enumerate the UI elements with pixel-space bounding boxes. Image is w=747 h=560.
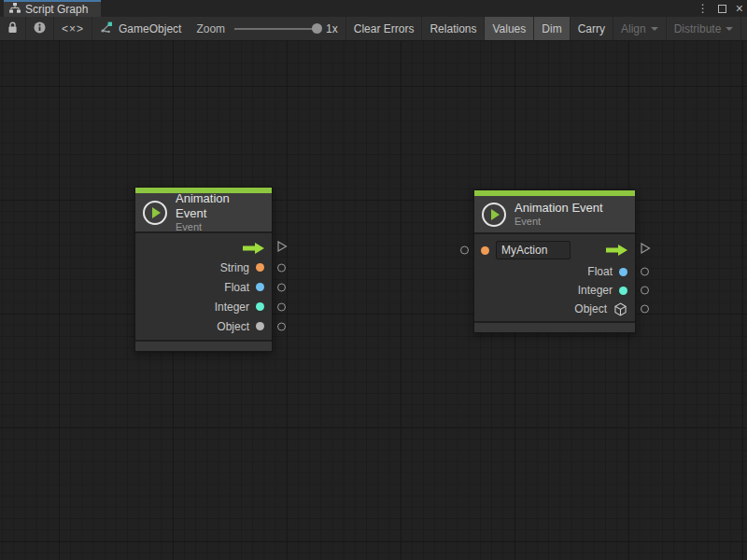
float-output-port[interactable] — [641, 268, 649, 276]
clear-errors-button[interactable]: Clear Errors — [345, 17, 423, 40]
node-footer — [474, 321, 635, 332]
dim-label: Dim — [542, 22, 561, 35]
tab-script-graph[interactable]: Script Graph — [4, 0, 101, 17]
event-play-icon — [482, 203, 506, 227]
values-toggle[interactable]: Values — [485, 17, 534, 40]
port-row-integer: Integer — [135, 297, 272, 316]
clear-errors-label: Clear Errors — [354, 22, 415, 35]
node-footer — [135, 340, 272, 351]
zoom-slider-handle[interactable] — [312, 23, 322, 34]
carry-toggle[interactable]: Carry — [571, 17, 613, 40]
maximize-icon[interactable] — [718, 5, 726, 13]
port-label: Object — [217, 320, 249, 333]
zoom-label: Zoom — [196, 22, 225, 35]
zoom-slider[interactable] — [234, 28, 320, 30]
chevron-down-icon — [651, 27, 658, 31]
port-row-integer: Integer — [474, 281, 635, 300]
port-row-float: Float — [474, 262, 635, 281]
code-brackets-icon: <×> — [62, 22, 84, 35]
window-menu-icon[interactable]: ⋮ — [698, 2, 709, 15]
port-row-object: Object — [474, 300, 635, 318]
distribute-dropdown[interactable]: Distribute — [667, 17, 742, 40]
window-controls: ⋮ × — [698, 0, 743, 17]
zoom-value: 1x — [326, 22, 338, 35]
animation-event-node-left[interactable]: Animation Event Event — [134, 187, 273, 352]
zoom-control: Zoom 1x — [189, 17, 345, 40]
object-output-port[interactable] — [277, 322, 286, 330]
node-title: Animation Event — [514, 201, 603, 216]
float-type-dot — [256, 283, 264, 291]
distribute-label: Distribute — [674, 22, 722, 35]
graph-toolbar: <×> GameObject Zoom 1x Clear Errors — [0, 17, 747, 41]
animation-event-node-right[interactable]: Animation Event Event — [473, 189, 636, 333]
port-row-string: String — [135, 258, 272, 277]
chevron-down-icon — [726, 27, 733, 31]
carry-label: Carry — [578, 22, 605, 35]
node-subtitle: Event — [514, 216, 603, 228]
tab-title: Script Graph — [25, 3, 88, 16]
port-label: Float — [224, 281, 249, 294]
node-subtitle: Event — [176, 221, 261, 233]
titlebar: Script Graph ⋮ × — [0, 0, 747, 17]
object-output-port[interactable] — [641, 305, 649, 314]
edit-source-button[interactable]: <×> — [54, 17, 92, 40]
node-title: Animation Event — [176, 191, 261, 222]
graph-canvas[interactable]: Animation Event Event — [0, 41, 747, 560]
node-body: Float Integer Object — [474, 234, 635, 321]
integer-output-port[interactable] — [641, 287, 649, 295]
lock-icon — [7, 21, 18, 36]
inspect-button[interactable] — [26, 17, 54, 40]
string-input-port[interactable] — [460, 246, 469, 255]
string-type-dot — [256, 263, 264, 272]
close-icon[interactable]: × — [736, 2, 743, 15]
port-label: Integer — [578, 284, 613, 297]
flow-output-port[interactable] — [276, 240, 288, 257]
integer-output-port[interactable] — [277, 302, 286, 311]
align-label: Align — [621, 22, 646, 35]
float-type-dot — [619, 268, 627, 276]
flow-arrow-icon — [243, 243, 264, 254]
relations-label: Relations — [430, 22, 476, 35]
port-label: Object — [574, 302, 607, 315]
cube-icon — [613, 302, 627, 316]
port-label: String — [220, 261, 249, 274]
align-dropdown[interactable]: Align — [613, 17, 667, 40]
flow-output-port[interactable] — [640, 242, 651, 259]
gameobject-graph-icon — [100, 21, 113, 35]
node-body: String Float Integer Object — [135, 233, 272, 340]
integer-type-dot — [256, 302, 264, 311]
dim-toggle[interactable]: Dim — [534, 17, 570, 40]
object-type-dot — [256, 322, 264, 330]
port-row-object: Object — [135, 316, 272, 336]
relations-button[interactable]: Relations — [422, 17, 485, 40]
lock-button[interactable] — [0, 17, 26, 40]
string-output-port[interactable] — [277, 263, 286, 272]
script-graph-window: Script Graph ⋮ × — [0, 0, 747, 560]
port-label: Float — [587, 265, 613, 278]
info-icon — [34, 21, 46, 36]
flow-output-row — [135, 238, 272, 258]
node-header[interactable]: Animation Event Event — [474, 196, 635, 234]
graph-target-label: GameObject — [119, 22, 181, 35]
overview-button[interactable]: Overv — [741, 17, 747, 40]
port-row-float: Float — [135, 277, 272, 297]
node-header[interactable]: Animation Event Event — [135, 193, 272, 233]
port-label: Integer — [215, 301, 249, 314]
event-play-icon — [143, 201, 167, 225]
float-output-port[interactable] — [277, 283, 286, 291]
event-name-input[interactable] — [496, 241, 571, 259]
graph-target[interactable]: GameObject — [92, 17, 189, 40]
flow-arrow-icon — [606, 245, 627, 256]
graph-hierarchy-icon — [9, 3, 21, 16]
string-type-dot — [481, 246, 489, 255]
integer-type-dot — [619, 287, 627, 295]
name-input-row — [474, 238, 635, 262]
values-label: Values — [492, 22, 526, 35]
